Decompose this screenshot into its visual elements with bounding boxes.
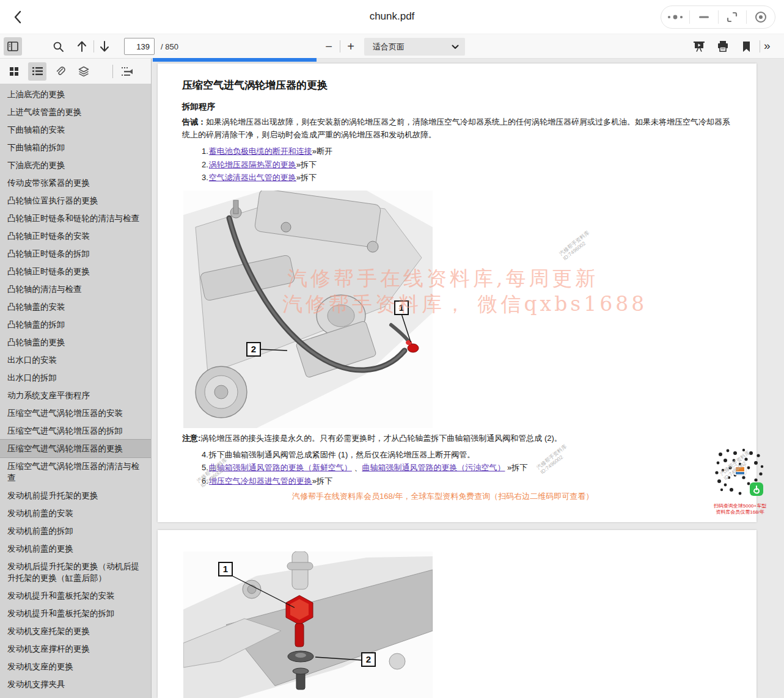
current-outline-item-button[interactable] xyxy=(118,62,136,81)
callout-1-label: 1 xyxy=(399,302,404,313)
watermark-id-1: 汽修帮手资料库 ID:7496002 xyxy=(558,230,594,261)
caution-paragraph: 告诫：如果涡轮增压器出现故障，则在安装新的涡轮增压器之前，清除增压空气冷却器系统… xyxy=(182,115,731,141)
page-number-input[interactable] xyxy=(124,38,155,55)
sidebar-item[interactable]: 凸轮轴盖的安装 xyxy=(0,298,151,316)
steps-top: 1.蓄电池负极电缆的断开和连接»断开2.涡轮增压器隔热罩的更换»拆下3.空气滤清… xyxy=(202,145,732,184)
procedure-step: 3.空气滤清器出气管的更换»拆下 xyxy=(202,171,732,184)
sidebar-panel-icon xyxy=(7,42,18,51)
sidebar-item[interactable]: 传动皮带张紧器的更换 xyxy=(0,174,151,192)
step-text: 拆下曲轴箱强制通风阀管总成紧固件 (1)，然后仅在涡轮增压器上断开阀管。 xyxy=(209,450,475,459)
indent-list-arrow-icon xyxy=(121,67,133,76)
procedure-step: 1.蓄电池负极电缆的断开和连接»断开 xyxy=(202,145,732,158)
sidebar-item[interactable]: 上进气歧管盖的更换 xyxy=(0,103,151,121)
sidebar-item[interactable]: 凸轮轴盖的拆卸 xyxy=(0,316,151,333)
zoom-mode-dropdown[interactable]: 适合页面 xyxy=(364,38,465,56)
more-options-button[interactable] xyxy=(661,6,689,28)
sidebar-item[interactable]: 凸轮轴正时链条和链轮的清洁与检查 xyxy=(0,209,151,227)
procedure-link[interactable]: 曲轴箱强制通风管路的更换（污浊空气） xyxy=(362,463,505,472)
procedure-link[interactable]: 空气滤清器出气管的更换 xyxy=(209,173,296,182)
procedure-step: 2.涡轮增压器隔热罩的更换»拆下 xyxy=(202,158,732,172)
qr-caption-line1: 扫码查询全球5000+车型 xyxy=(711,503,769,509)
procedure-link[interactable]: 增压空气冷却器进气管的更换 xyxy=(209,476,312,485)
minimize-icon xyxy=(698,15,709,19)
sidebar-item[interactable]: 发动机支座的更换 xyxy=(0,658,151,675)
sidebar-item[interactable]: 压缩空气进气涡轮增压器的安装 xyxy=(0,404,151,422)
outline-view-button[interactable] xyxy=(28,62,46,81)
more-tools-button[interactable]: » xyxy=(764,39,771,53)
sidebar-item[interactable]: 压缩空气进气涡轮增压器的拆卸 xyxy=(0,422,151,440)
sidebar-item[interactable]: 发动机前盖的安装 xyxy=(0,504,151,522)
pdf-toolbar: / 850 − + 适合页面 xyxy=(0,34,784,59)
print-button[interactable] xyxy=(714,37,732,56)
sidebar-item[interactable]: 压缩空气进气涡轮增压器的清洁与检查 xyxy=(0,457,151,487)
sidebar-toggle-button[interactable] xyxy=(4,37,22,56)
sidebar-item[interactable]: 动力系统支座平衡程序 xyxy=(0,387,151,404)
promo-text: 汽修帮手在线资料库会员168/年，全球车型资料免费查询（扫码右边二维码即可查看） xyxy=(292,491,593,502)
arrow-up-icon xyxy=(76,40,87,53)
steps-bottom: 4.拆下曲轴箱强制通风阀管总成紧固件 (1)，然后仅在涡轮增压器上断开阀管。5.… xyxy=(202,448,732,488)
sidebar-item[interactable]: 发动机支座撑杆的更换 xyxy=(0,640,151,658)
callout-2-label: 2 xyxy=(251,344,256,354)
sidebar-item[interactable]: 发动机前提升托架的更换 xyxy=(0,487,151,504)
sidebar-item[interactable]: 下油底壳的更换 xyxy=(0,156,151,174)
divider xyxy=(760,40,760,53)
sidebar-item[interactable]: 发动机支座托架的更换 xyxy=(0,622,151,640)
sidebar-item[interactable]: 发动机提升和盖板托架的拆卸 xyxy=(0,605,151,622)
sidebar-item[interactable]: 凸轮轴正时链条的更换 xyxy=(0,263,151,280)
window-controls xyxy=(661,5,775,29)
caution-label: 告诫： xyxy=(182,117,206,126)
bookmark-button[interactable] xyxy=(737,37,755,56)
step-number: 1. xyxy=(202,147,208,156)
procedure-link[interactable]: 蓄电池负极电缆的断开和连接 xyxy=(209,147,312,156)
sidebar-item[interactable]: 出水口的安装 xyxy=(0,351,151,369)
sidebar-item[interactable]: 下曲轴箱的安装 xyxy=(0,121,151,139)
step-text: 、 xyxy=(352,463,362,472)
zoom-in-button[interactable]: + xyxy=(342,38,359,55)
arrow-down-icon xyxy=(99,40,110,53)
next-page-button[interactable] xyxy=(95,37,114,56)
engine-illustration-1: 1 2 xyxy=(183,191,433,428)
note-text: 涡轮增压器的接头连接是永久的。只有必需更换时，才从凸轮轴盖拆下曲轴箱强制通风阀和… xyxy=(200,434,562,443)
restore-icon xyxy=(727,12,738,23)
sidebar-item[interactable]: 凸轮轴正时链条的安装 xyxy=(0,227,151,245)
sidebar-item[interactable]: 发动机前盖的拆卸 xyxy=(0,522,151,540)
close-app-button[interactable] xyxy=(747,6,775,28)
sidebar-item[interactable]: 发动机提升和盖板托架的安装 xyxy=(0,587,151,605)
divider xyxy=(93,40,94,53)
sidebar-item-selected[interactable]: 压缩空气进气涡轮增压器的更换 xyxy=(0,440,151,457)
sidebar-item[interactable]: 发动机后提升托架的更换（动机后提升托架的更换（缸盖后部） xyxy=(0,558,151,587)
page-title: 压缩空气进气涡轮增压器的更换 xyxy=(182,78,732,92)
restore-button[interactable] xyxy=(719,6,747,28)
search-button[interactable] xyxy=(49,37,67,56)
procedure-step: 5.曲轴箱强制通风管路的更换（新鲜空气） 、曲轴箱强制通风管路的更换（污浊空气）… xyxy=(202,461,732,474)
paperclip-icon xyxy=(55,66,66,77)
printer-icon xyxy=(717,40,729,53)
procedure-link[interactable]: 涡轮增压器隔热罩的更换 xyxy=(209,160,296,169)
attachments-button[interactable] xyxy=(51,62,70,81)
minimize-button[interactable] xyxy=(690,6,718,28)
sidebar-item[interactable]: 凸轮轴的清洁与检查 xyxy=(0,280,151,298)
previous-page-button[interactable] xyxy=(73,37,91,56)
note-paragraph: 注意:涡轮增压器的接头连接是永久的。只有必需更换时，才从凸轮轴盖拆下曲轴箱强制通… xyxy=(182,432,731,445)
divider xyxy=(340,40,340,53)
sidebar-tools xyxy=(0,59,151,84)
procedure-step: 6.增压空气冷却器进气管的更换»拆下 xyxy=(202,474,732,488)
sidebar-item[interactable]: 出水口的拆卸 xyxy=(0,369,151,387)
step-number: 4. xyxy=(202,450,208,459)
sidebar-item[interactable]: 凸轮轴盖的更换 xyxy=(0,333,151,351)
step-text: »断开 xyxy=(312,147,332,156)
sidebar-outline: 上油底壳的更换上进气歧管盖的更换下曲轴箱的安装下曲轴箱的拆卸下油底壳的更换传动皮… xyxy=(0,84,151,698)
thumbnails-view-button[interactable] xyxy=(5,62,23,81)
zoom-out-button[interactable]: − xyxy=(320,38,337,55)
sidebar-item[interactable]: 凸轮轴位置执行器的更换 xyxy=(0,192,151,209)
sidebar-item[interactable]: 下曲轴箱的拆卸 xyxy=(0,139,151,156)
pdf-page-1: 压缩空气进气涡轮增压器的更换 拆卸程序 告诫：如果涡轮增压器出现故障，则在安装新… xyxy=(158,64,757,522)
divider xyxy=(112,65,113,78)
layers-button[interactable] xyxy=(75,62,93,81)
presentation-mode-button[interactable] xyxy=(690,37,708,56)
procedure-link[interactable]: 曲轴箱强制通风管路的更换（新鲜空气） xyxy=(209,463,352,472)
sidebar-item[interactable]: 发动机支撑夹具 xyxy=(0,675,151,693)
sidebar-item[interactable]: 发动机前盖的更换 xyxy=(0,540,151,558)
sidebar-item[interactable]: 上油底壳的更换 xyxy=(0,85,151,103)
sidebar-item[interactable]: 凸轮轴正时链条的拆卸 xyxy=(0,245,151,263)
